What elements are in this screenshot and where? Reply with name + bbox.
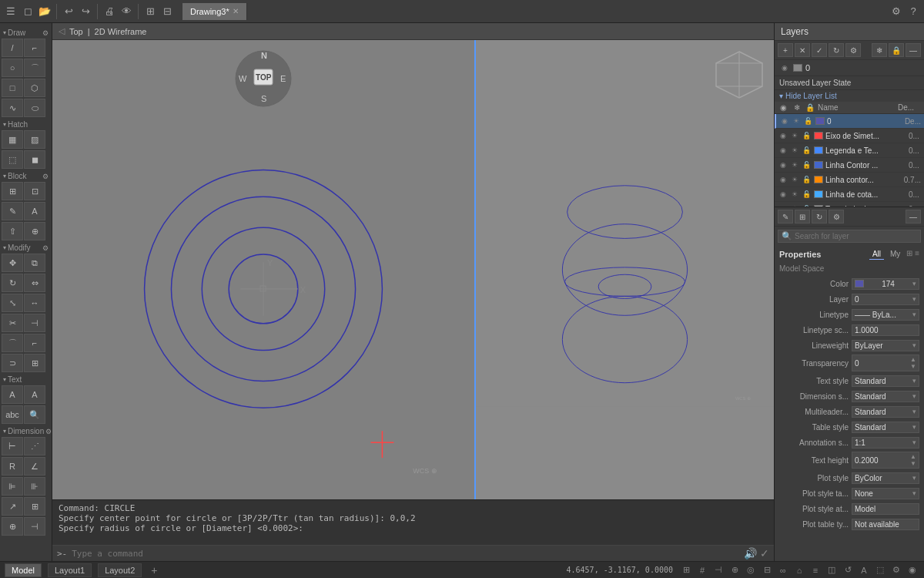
- layer-vis-icon[interactable]: ◉: [778, 174, 788, 185]
- arc-tool[interactable]: ⌒: [24, 59, 45, 77]
- polyline-tool[interactable]: ⌐: [24, 39, 45, 57]
- workspace-status-icon[interactable]: ⚙: [889, 563, 903, 577]
- left-viewport[interactable]: Y X WCS ⊕ N S W: [52, 40, 476, 499]
- ducs-status-icon[interactable]: ⌂: [792, 563, 806, 577]
- command-mic-icon[interactable]: 🔊: [744, 547, 757, 560]
- text-tool[interactable]: A: [24, 385, 45, 404]
- layer-row[interactable]: ◉ ☀ 🔓 Linha contor... 0.7...: [775, 173, 924, 187]
- grid-icon[interactable]: ⊞: [142, 4, 158, 19]
- layer-new-icon[interactable]: +: [778, 43, 793, 57]
- dim-aligned-tool[interactable]: ⋰: [24, 437, 45, 455]
- new-icon[interactable]: ◻: [20, 4, 35, 19]
- layer-lck-icon[interactable]: 🔓: [801, 189, 812, 200]
- copy-tool[interactable]: ⧉: [24, 254, 45, 272]
- layer-delete-icon[interactable]: ✕: [795, 43, 810, 57]
- preview-icon[interactable]: 👁: [119, 4, 134, 19]
- status-tab-layout1[interactable]: Layout1: [48, 563, 92, 577]
- osnap-status-icon[interactable]: ◎: [744, 563, 758, 577]
- add-layout-icon[interactable]: +: [148, 564, 160, 576]
- undo-icon[interactable]: ↩: [61, 4, 76, 19]
- fillet-tool[interactable]: ⌒: [2, 334, 23, 352]
- prop-value[interactable]: 0: [852, 294, 919, 305]
- layer-vis-icon[interactable]: ◉: [778, 160, 788, 170]
- modify-settings-icon[interactable]: ⚙: [42, 244, 49, 252]
- base-tool[interactable]: ⊕: [24, 222, 45, 240]
- layer-list[interactable]: ◉ ☀ 🔓 0 De... ◉ ☀ 🔓 Eixo de Simet... 0..…: [775, 114, 924, 207]
- props-tool-3[interactable]: ↻: [812, 210, 827, 223]
- print-icon[interactable]: 🖨: [102, 4, 117, 19]
- dim-center-tool[interactable]: ⊕: [2, 517, 23, 536]
- prop-value[interactable]: 0 ▲▼: [852, 355, 919, 371]
- dim-linear-tool[interactable]: ⊢: [2, 437, 23, 455]
- layer-current-icon[interactable]: ✓: [812, 43, 827, 57]
- layer-frz-icon[interactable]: ☀: [789, 160, 800, 170]
- grid-status-icon[interactable]: #: [695, 563, 709, 577]
- layer-freeze-icon[interactable]: ❄: [872, 43, 887, 57]
- boundary-tool[interactable]: ⬚: [2, 150, 23, 169]
- snap-icon[interactable]: ⊟: [159, 4, 175, 19]
- tab-close-icon[interactable]: ✕: [233, 7, 239, 15]
- layer-frz-icon[interactable]: ☀: [789, 174, 800, 185]
- ortho-status-icon[interactable]: ⊣: [711, 563, 725, 577]
- app-menu-icon[interactable]: ☰: [3, 4, 18, 19]
- region-tool[interactable]: ◼: [24, 150, 45, 169]
- create-block-tool[interactable]: ⊡: [24, 182, 45, 200]
- lineweight-status-icon[interactable]: ≡: [808, 563, 822, 577]
- layer-frz-icon[interactable]: ☀: [789, 145, 800, 156]
- insert-block-tool[interactable]: ⊞: [2, 182, 23, 200]
- layer-visibility-icon[interactable]: ◉: [779, 62, 790, 73]
- dim-break-tool[interactable]: ⊣: [24, 517, 45, 536]
- model-status-icon[interactable]: ⬚: [873, 563, 887, 577]
- scale-tool[interactable]: ⤡: [2, 294, 23, 312]
- drawing-tab[interactable]: Drawing3* ✕: [182, 3, 247, 20]
- dim-leader-tool[interactable]: ↗: [2, 497, 23, 516]
- dim-settings-icon[interactable]: ⚙: [45, 428, 52, 435]
- block-settings-icon[interactable]: ⚙: [42, 173, 49, 180]
- status-tab-model[interactable]: Model: [5, 563, 42, 577]
- move-tool[interactable]: ✥: [2, 254, 23, 272]
- prop-value[interactable]: ByColor: [852, 472, 919, 484]
- layer-row[interactable]: ◉ ☀ 🔓 Legenda e Te... 0...: [775, 143, 924, 158]
- props-icons[interactable]: ⊞ ≡: [906, 249, 919, 260]
- prop-value[interactable]: None: [852, 488, 919, 499]
- offset-tool[interactable]: ⊃: [2, 354, 23, 372]
- prop-value[interactable]: 1:1: [852, 437, 919, 449]
- hide-layer-list-toggle[interactable]: ▾ Hide Layer List: [775, 90, 924, 102]
- layer-lock-icon[interactable]: 🔒: [889, 43, 904, 57]
- right-viewport[interactable]: WCS ⊕: [476, 40, 774, 499]
- layer-lck-icon[interactable]: 🔓: [801, 174, 812, 185]
- prop-value[interactable]: 174: [852, 278, 919, 290]
- draw-settings-icon[interactable]: ⚙: [42, 29, 49, 37]
- block-edit-tool[interactable]: ✎: [2, 202, 23, 220]
- isolate-status-icon[interactable]: ◉: [906, 563, 919, 577]
- layer-vis-icon[interactable]: ◉: [779, 116, 790, 126]
- command-ok-icon[interactable]: ✓: [760, 547, 769, 560]
- layer-lck-icon[interactable]: 🔓: [801, 130, 812, 141]
- layer-vis-icon[interactable]: ◉: [778, 145, 788, 156]
- mtext-tool[interactable]: A: [2, 385, 23, 404]
- extend-tool[interactable]: ⊣: [24, 314, 45, 332]
- spline-tool[interactable]: ∿: [2, 99, 23, 117]
- polygon-tool[interactable]: ⬡: [24, 79, 45, 97]
- layer-frz-icon[interactable]: ☀: [789, 189, 800, 200]
- line-tool[interactable]: /: [2, 39, 23, 57]
- prop-value[interactable]: —— ByLa...: [852, 309, 919, 321]
- props-tab-my[interactable]: My: [887, 249, 903, 260]
- props-tool-1[interactable]: ✎: [778, 210, 793, 223]
- wblock-tool[interactable]: ⇧: [2, 222, 23, 240]
- spinner-arrows[interactable]: ▲▼: [910, 453, 916, 467]
- props-tool-2[interactable]: ⊞: [795, 210, 810, 223]
- layer-lck-icon[interactable]: 🔓: [801, 145, 812, 156]
- otrack-status-icon[interactable]: ∞: [776, 563, 790, 577]
- array-tool[interactable]: ⊞: [24, 354, 45, 372]
- props-tool-4[interactable]: ⚙: [829, 210, 844, 223]
- prop-value[interactable]: Standard: [852, 422, 919, 433]
- layer-row[interactable]: ◉ ☀ 🔓 Eixo de Simet... 0...: [775, 129, 924, 143]
- layer-vis-icon[interactable]: ◉: [778, 189, 788, 200]
- circle-tool[interactable]: ○: [2, 59, 23, 77]
- viewport-main[interactable]: Y X WCS ⊕ N S W: [52, 40, 774, 499]
- stretch-tool[interactable]: ↔: [24, 294, 45, 312]
- polar-status-icon[interactable]: ⊕: [728, 563, 742, 577]
- dim-continue-tool[interactable]: ⊪: [24, 477, 45, 496]
- settings-icon[interactable]: ⚙: [889, 4, 904, 19]
